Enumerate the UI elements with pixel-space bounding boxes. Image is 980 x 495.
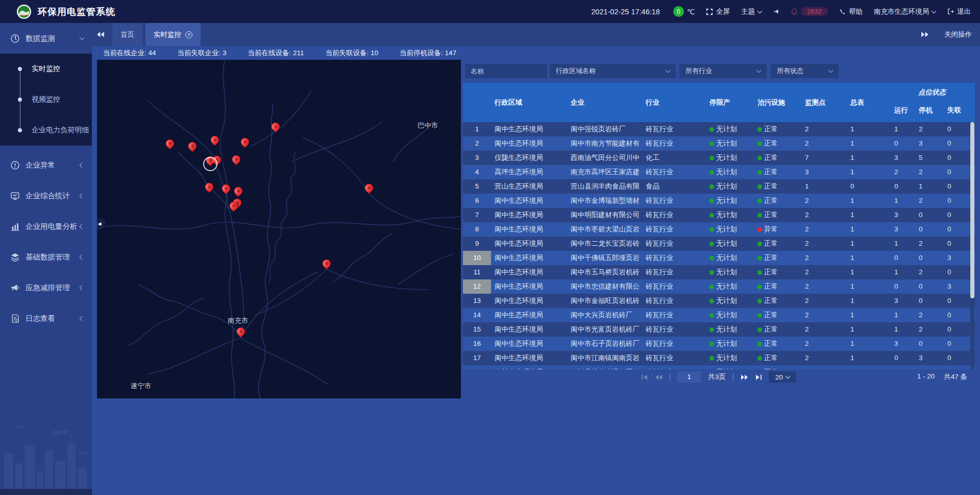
- cell-meters: 1: [850, 279, 894, 294]
- limit-status-dot: [709, 256, 714, 261]
- cell-meters: 1: [850, 151, 894, 165]
- sidebar-item-video-monitor[interactable]: 视频监控: [0, 84, 92, 115]
- cell-company: 阆中市忠信建材有限公: [571, 279, 646, 294]
- table-row[interactable]: 2 阆中生态环境局 阆中市南方节能建材有 砖瓦行业 无计划 正常 2 1 0 3…: [463, 136, 975, 151]
- sidebar-item-log-view[interactable]: 日志查看: [0, 303, 92, 334]
- table-row[interactable]: 9 阆中生态环境局 阆中市二龙长宝页岩砖 砖瓦行业 无计划 正常 2 1 1 2…: [463, 237, 975, 251]
- sidebar-item-emergency-reduction[interactable]: 应急减排管理: [0, 272, 92, 303]
- cell-run: 1: [894, 122, 919, 136]
- skyline-decoration: [0, 422, 92, 489]
- table-row[interactable]: 15 阆中生态环境局 阆中市光富页岩机砖厂 砖瓦行业 无计划 正常 2 1 1 …: [463, 322, 975, 337]
- table-row[interactable]: 10 阆中生态环境局 阆中千佛镇五郎垭页岩 砖瓦行业 无计划 正常 2 1 0 …: [463, 251, 975, 265]
- sidebar-item-power-load-detail[interactable]: 企业电力负荷明细: [0, 115, 92, 146]
- table-row[interactable]: 6 阆中生态环境局 阆中市金博瑞新型墙材 砖瓦行业 无计划 正常 2 1 1 2…: [463, 194, 975, 208]
- name-search-input[interactable]: [465, 64, 547, 78]
- map-canvas[interactable]: ◀ 巴中市南充市遂宁市: [97, 60, 461, 398]
- table-row[interactable]: 11 阆中生态环境局 阆中市五马桥页岩机砖 砖瓦行业 无计划 正常 2 1 1 …: [463, 265, 975, 279]
- next-page-button[interactable]: [741, 374, 748, 380]
- table-row[interactable]: 17 阆中生态环境局 阆中市江南镇阆南页岩 砖瓦行业 无计划 正常 2 1 0 …: [463, 351, 975, 365]
- sidebar-item-enterprise-stats[interactable]: 企业综合统计: [0, 180, 92, 211]
- cell-facility: 正常: [757, 279, 805, 294]
- tab-bar: 首页 实时监控 关闭操作: [92, 23, 980, 46]
- sidebar-item-realtime-monitor[interactable]: 实时监控: [0, 54, 92, 84]
- fullscreen-button[interactable]: 全屏: [706, 7, 730, 16]
- notification-bell[interactable]: 2632: [791, 7, 828, 16]
- row-index: 7: [463, 208, 491, 222]
- stat-item: 当前失联企业: 3: [178, 49, 227, 58]
- row-index: 5: [463, 179, 491, 194]
- table-row[interactable]: 16 阆中生态环境局 阆中市石子页岩机砖厂 砖瓦行业 无计划 正常 2 1 3 …: [463, 337, 975, 351]
- chevron-down-icon: [828, 68, 834, 73]
- tab-home[interactable]: 首页: [112, 23, 142, 46]
- scrollbar-thumb[interactable]: [970, 122, 974, 298]
- fullscreen-icon: [706, 8, 713, 15]
- cell-points: 2: [805, 351, 850, 365]
- cell-lost: 0: [947, 122, 970, 136]
- status-select[interactable]: 所有状态: [771, 64, 839, 78]
- cell-meters: 1: [850, 308, 894, 322]
- cell-run: 3: [894, 294, 919, 308]
- close-operations-button[interactable]: 关闭操作: [944, 30, 972, 39]
- cell-industry: 砖瓦行业: [646, 237, 709, 251]
- table-row[interactable]: 4 高坪生态环境局 南充市高坪区王家店建 砖瓦行业 无计划 正常 3 1 2 2…: [463, 165, 975, 179]
- cell-region: 阆中生态环境局: [491, 251, 571, 265]
- cell-industry: 砖瓦行业: [646, 222, 709, 237]
- tab-close-icon[interactable]: [185, 31, 192, 38]
- table-row[interactable]: 7 阆中生态环境局 阆中明阳建材有限公司 砖瓦行业 无计划 正常 2 1 3 0…: [463, 208, 975, 222]
- mute-button[interactable]: [773, 8, 779, 15]
- cell-region: 阆中生态环境局: [491, 222, 571, 237]
- table-row[interactable]: 12 阆中生态环境局 阆中市忠信建材有限公 砖瓦行业 无计划 正常 2 1 0 …: [463, 279, 975, 294]
- sidebar-item-label: 数据监测: [26, 34, 80, 43]
- tabs-scroll-left-button[interactable]: [92, 23, 109, 46]
- cell-run: 1: [894, 322, 919, 337]
- cell-points: 2: [805, 251, 850, 265]
- page-size-select[interactable]: 20: [769, 371, 796, 383]
- cell-company: 南充市高坪区王家店建: [571, 165, 646, 179]
- industry-select-value: 所有行业: [685, 66, 753, 76]
- cell-facility: 正常: [757, 365, 805, 369]
- org-dropdown[interactable]: 南充市生态环境局: [874, 7, 936, 16]
- bell-icon: [791, 8, 798, 15]
- page-number-input[interactable]: 1: [677, 371, 701, 383]
- sidebar-item-power-analysis[interactable]: 企业用电量分析: [0, 211, 92, 242]
- table-row[interactable]: 13 阆中生态环境局 阆中市金福旺页岩机砖 砖瓦行业 无计划 正常 2 1 3 …: [463, 294, 975, 308]
- cell-points: 2: [805, 208, 850, 222]
- cell-limit: 无计划: [709, 237, 757, 251]
- table-row[interactable]: 8 阆中生态环境局 阆中市枣碧大梁山页岩 砖瓦行业 无计划 异常 2 1 3 0…: [463, 222, 975, 237]
- table-row[interactable]: 18 南部生态环境局 南部县雄华水泥有限公 建材行业 无计划 正常 5 0 0 …: [463, 365, 975, 369]
- cell-run: 0: [894, 251, 919, 265]
- region-select[interactable]: 行政区域名称: [550, 64, 676, 78]
- column-header-meters: 总表: [850, 98, 894, 107]
- top-header: 环保用电监管系统 2021-02-25 17:46:18 0 ℃ 全屏 主题: [0, 0, 980, 23]
- cell-points: 2: [805, 222, 850, 237]
- logout-button[interactable]: 退出: [947, 7, 971, 16]
- chevron-down-icon: [666, 68, 671, 73]
- cell-meters: 1: [850, 337, 894, 351]
- table-row[interactable]: 3 仪陇生态环境局 西南油气田分公司川中 化工 无计划 正常 7 1 3 5 0: [463, 151, 975, 165]
- facility-status-dot: [757, 184, 762, 189]
- table-row[interactable]: 5 营山生态环境局 营山县润丰肉食品有限 食品 无计划 正常 1 0 0 1 0: [463, 179, 975, 194]
- theme-dropdown[interactable]: 主题: [741, 7, 762, 16]
- help-button[interactable]: 帮助: [839, 7, 863, 16]
- tab-realtime-monitor[interactable]: 实时监控: [145, 23, 201, 46]
- sidebar-item-data-monitor[interactable]: 数据监测: [0, 23, 92, 54]
- tabs-scroll-right-button[interactable]: [916, 32, 933, 37]
- row-index: 3: [463, 151, 491, 165]
- stat-item: 当前停机设备: 147: [400, 49, 456, 58]
- cell-meters: 1: [850, 294, 894, 308]
- cell-limit: 无计划: [709, 351, 757, 365]
- pin-ripple: [203, 157, 217, 171]
- sidebar-item-enterprise-abnormal[interactable]: 企业异常: [0, 150, 92, 180]
- cell-company: 阆中市光富页岩机砖厂: [571, 322, 646, 337]
- sidebar-item-base-data[interactable]: 基础数据管理: [0, 242, 92, 272]
- last-page-button[interactable]: [755, 374, 762, 380]
- table-row[interactable]: 1 阆中生态环境局 阆中强锐页岩砖厂 砖瓦行业 无计划 正常 2 1 1 2 0: [463, 122, 975, 136]
- cell-lost: 0: [947, 151, 970, 165]
- facility-status-dot: [757, 156, 762, 160]
- previous-page-button[interactable]: [655, 374, 663, 380]
- first-page-button[interactable]: [642, 374, 648, 380]
- table-row[interactable]: 14 阆中生态环境局 阆中大兴页岩机砖厂 砖瓦行业 无计划 正常 2 1 1 2…: [463, 308, 975, 322]
- cell-points: 2: [805, 308, 850, 322]
- cell-limit: 无计划: [709, 279, 757, 294]
- industry-select[interactable]: 所有行业: [679, 64, 767, 78]
